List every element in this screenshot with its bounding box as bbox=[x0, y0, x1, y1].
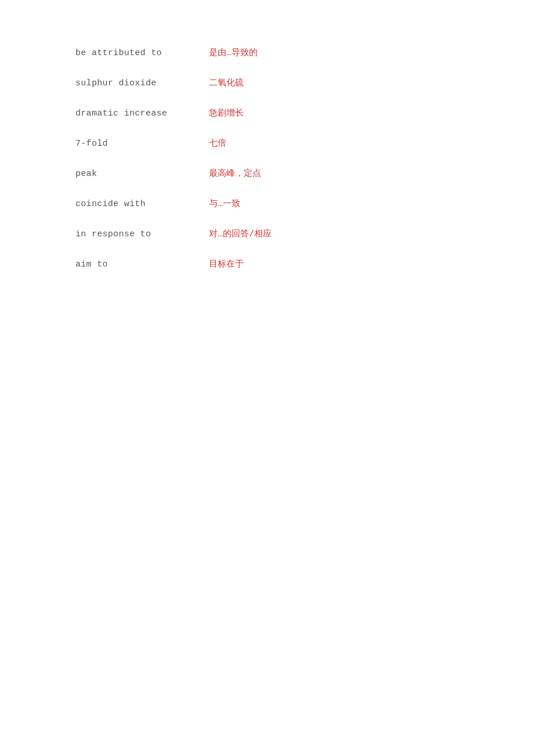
vocab-chinese-2: 急剧增长 bbox=[209, 107, 244, 121]
vocab-english-5: coincide with bbox=[75, 197, 203, 211]
vocab-chinese-4: 最高峰，定点 bbox=[209, 167, 261, 181]
vocab-item: coincide with与…一致 bbox=[75, 197, 534, 211]
vocab-chinese-0: 是由…导致的 bbox=[209, 46, 258, 60]
vocab-item: peak最高峰，定点 bbox=[75, 167, 534, 181]
vocab-item: in response to对…的回答/相应 bbox=[75, 228, 534, 242]
vocab-item: dramatic increase急剧增长 bbox=[75, 107, 534, 121]
vocab-english-3: 7-fold bbox=[75, 137, 203, 151]
vocab-english-1: sulphur dioxide bbox=[75, 77, 203, 91]
vocab-chinese-5: 与…一致 bbox=[209, 197, 240, 211]
vocab-english-0: be attributed to bbox=[75, 46, 203, 60]
vocab-english-2: dramatic increase bbox=[75, 107, 203, 121]
vocab-item: be attributed to是由…导致的 bbox=[75, 46, 534, 60]
vocab-english-6: in response to bbox=[75, 228, 203, 242]
vocab-item: 7-fold七倍 bbox=[75, 137, 534, 151]
vocab-item: sulphur dioxide二氧化硫 bbox=[75, 77, 534, 91]
vocab-chinese-1: 二氧化硫 bbox=[209, 77, 244, 91]
vocab-chinese-6: 对…的回答/相应 bbox=[209, 228, 272, 242]
vocab-item: aim to目标在于 bbox=[75, 258, 534, 272]
vocab-english-4: peak bbox=[75, 167, 203, 181]
vocab-list: be attributed to是由…导致的sulphur dioxide二氧化… bbox=[0, 0, 534, 272]
vocab-english-7: aim to bbox=[75, 258, 203, 272]
vocab-chinese-3: 七倍 bbox=[209, 137, 226, 151]
vocab-chinese-7: 目标在于 bbox=[209, 258, 244, 272]
